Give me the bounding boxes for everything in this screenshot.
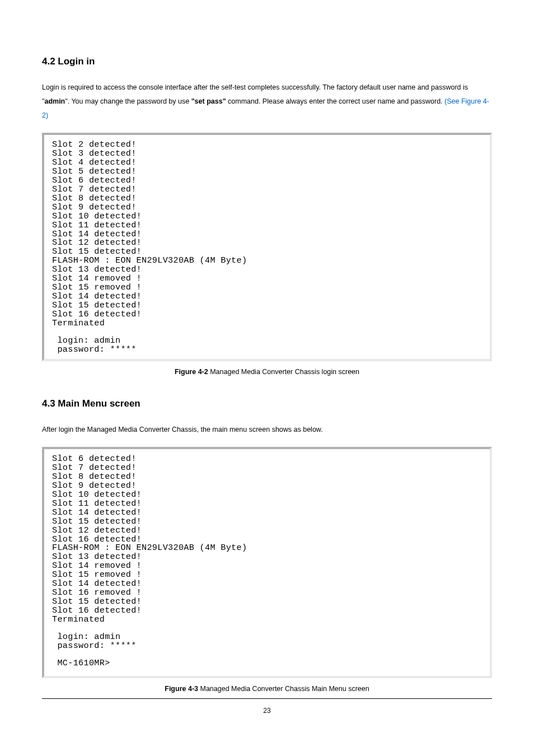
- figure-label: Figure 4-3: [165, 685, 198, 693]
- terminal-screenshot-4-2: Slot 2 detected! Slot 3 detected! Slot 4…: [42, 133, 492, 361]
- figure-caption-4-3: Figure 4-3 Managed Media Converter Chass…: [42, 685, 492, 693]
- heading-4-2: 4.2 Login in: [42, 56, 492, 67]
- terminal-line: Terminated: [52, 319, 482, 328]
- paragraph-4-3: After login the Managed Media Converter …: [42, 423, 492, 437]
- terminal-line: Slot 16 detected!: [52, 606, 482, 615]
- text-bold-admin: admin: [44, 97, 65, 105]
- terminal-line-password: password: *****: [52, 346, 482, 354]
- figure-caption-text: Managed Media Converter Chassis login sc…: [208, 368, 359, 376]
- terminal-line: Terminated: [52, 615, 482, 624]
- heading-4-3: 4.3 Main Menu screen: [42, 398, 492, 409]
- text-fragment: command. Please always enter the correct…: [226, 97, 444, 105]
- text-fragment: ". You may change the password by use: [65, 97, 191, 105]
- footer-divider: [42, 698, 492, 699]
- figure-caption-text: Managed Media Converter Chassis Main Men…: [198, 685, 369, 693]
- paragraph-4-2: Login is required to access the console …: [42, 81, 492, 123]
- document-page: 4.2 Login in Login is required to access…: [0, 0, 534, 737]
- terminal-screenshot-4-3: Slot 6 detected! Slot 7 detected! Slot 8…: [42, 447, 492, 678]
- figure-caption-4-2: Figure 4-2 Managed Media Converter Chass…: [42, 368, 492, 376]
- section-4-3: 4.3 Main Menu screen After login the Man…: [42, 398, 492, 693]
- figure-label: Figure 4-2: [175, 368, 208, 376]
- terminal-line-password: password: *****: [52, 642, 482, 651]
- text-bold-set-pass: "set pass": [191, 97, 226, 105]
- page-number: 23: [42, 707, 492, 715]
- terminal-line-prompt: MC-1610MR>: [52, 659, 482, 668]
- terminal-blank-line: [52, 651, 482, 659]
- terminal-line: Slot 16 detected!: [52, 310, 482, 319]
